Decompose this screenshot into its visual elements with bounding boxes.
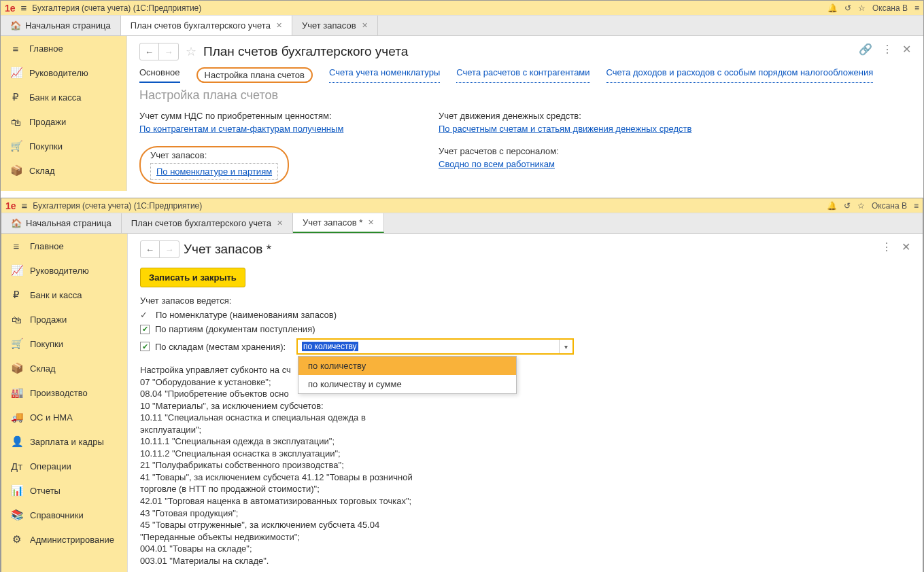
titlebar-actions: 🔔 ↺ ☆ Оксана В ≡ <box>827 3 919 13</box>
sidebar-item-prod[interactable]: 🏭Производство <box>1 380 127 405</box>
chart-icon: 📈 <box>10 67 21 79</box>
checkbox-party[interactable] <box>140 325 150 334</box>
section-title: Настройка плана счетов <box>139 88 911 103</box>
sidebar-item-refs[interactable]: 📚Справочники <box>1 503 127 527</box>
nav-forward[interactable]: → <box>159 43 178 60</box>
tab-home[interactable]: 🏠 Начальная страница <box>1 16 121 35</box>
nav-forward[interactable]: → <box>160 241 179 257</box>
main-icon: ≡ <box>11 240 22 252</box>
content-area: 🔗 ⋮ ✕ ← → ☆ План счетов бухгалтерского у… <box>127 36 923 191</box>
sidebar-item-sales[interactable]: 🛍Продажи <box>1 109 126 134</box>
tab-home2[interactable]: 🏠 Начальная страница <box>1 213 122 233</box>
history-icon[interactable]: ↺ <box>844 3 851 13</box>
user-name[interactable]: Оксана В <box>872 201 907 211</box>
box-icon: 📦 <box>10 164 21 177</box>
warehouse-select[interactable]: по количеству ▾ по количеству по количес… <box>296 338 574 355</box>
content-top-actions: 🔗 ⋮ ✕ <box>859 43 911 56</box>
more-icon[interactable]: ⋮ <box>882 43 893 56</box>
cart-icon: 🛒 <box>11 338 22 350</box>
home-icon: 🏠 <box>10 20 21 31</box>
main-icon: ≡ <box>10 43 21 54</box>
sidebar-item-admin[interactable]: ⚙Администрирование <box>1 527 127 552</box>
truck-icon: 🚚 <box>11 411 22 423</box>
sidebar-item-reports[interactable]: 📊Отчеты <box>1 478 127 503</box>
close-icon[interactable]: ✕ <box>368 218 374 227</box>
sidebar-item-sales[interactable]: 🛍Продажи <box>1 307 127 332</box>
report-icon: 📊 <box>11 484 22 497</box>
nds-link[interactable]: По контрагентам и счетам-фактурам получе… <box>139 124 343 134</box>
chevron-down-icon[interactable]: ▾ <box>559 340 572 353</box>
content-top-actions2: ⋮ ✕ <box>881 240 910 253</box>
sidebar-item-ops[interactable]: ДтОперации <box>1 454 127 478</box>
tab-plan-label: План счетов бухгалтерского учета <box>131 20 271 31</box>
sidebar-item-warehouse[interactable]: 📦Склад <box>1 158 126 183</box>
sidebar-label: Руководителю <box>29 68 88 78</box>
nav-back[interactable]: ← <box>140 43 159 60</box>
sidebar-item-os[interactable]: 🚚ОС и НМА <box>1 405 127 429</box>
content-header2: ← → Учет запасов * <box>140 240 910 258</box>
save-close-button[interactable]: Записать и закрыть <box>140 268 245 287</box>
app-title2: Бухгалтерия (счета учета) (1С:Предприяти… <box>33 201 821 211</box>
tabbar: 🏠 Начальная страница План счетов бухгалт… <box>1 16 923 36</box>
tab-stock2[interactable]: Учет запасов * ✕ <box>293 213 384 233</box>
sidebar-item-main[interactable]: ≡Главное <box>1 36 126 60</box>
sidebar-label: Продажи <box>30 315 67 325</box>
sidebar-item-manager[interactable]: 📈Руководителю <box>1 258 127 283</box>
menu-icon[interactable]: ≡ <box>914 201 919 211</box>
sidebar-item-bank[interactable]: ₽Банк и касса <box>1 283 127 307</box>
sidebar-item-purch[interactable]: 🛒Покупки <box>1 134 126 158</box>
hamburger-icon[interactable]: ≡ <box>22 200 28 211</box>
close-icon[interactable]: ✕ <box>902 43 911 56</box>
sidebar-item-manager[interactable]: 📈Руководителю <box>1 60 126 85</box>
sidebar: ≡Главное 📈Руководителю ₽Банк и касса 🛍Пр… <box>1 36 127 191</box>
titlebar: 1e ≡ Бухгалтерия (счета учета) (1С:Предп… <box>1 1 923 16</box>
menu-icon[interactable]: ≡ <box>914 3 919 13</box>
subnav-main[interactable]: Основное <box>139 67 180 83</box>
bell-icon[interactable]: 🔔 <box>827 3 838 13</box>
tab-plan2[interactable]: План счетов бухгалтерского учета ✕ <box>122 213 293 233</box>
subnav-nomen[interactable]: Счета учета номенклатуры <box>329 67 440 83</box>
pers-link[interactable]: Сводно по всем работникам <box>439 159 555 169</box>
logo-1c: 1e <box>5 200 16 211</box>
subnav-setup[interactable]: Настройка плана счетов <box>196 67 313 83</box>
sidebar-item-main[interactable]: ≡Главное <box>1 234 127 258</box>
sidebar-item-bank[interactable]: ₽Банк и касса <box>1 85 126 109</box>
close-icon[interactable]: ✕ <box>276 21 282 30</box>
bell-icon[interactable]: 🔔 <box>827 201 837 211</box>
dropdown-opt2[interactable]: по количеству и сумме <box>298 375 516 393</box>
user-name[interactable]: Оксана В <box>872 3 908 13</box>
logo-1c: 1e <box>5 3 16 14</box>
sidebar-item-warehouse[interactable]: 📦Склад <box>1 356 127 380</box>
nav-back[interactable]: ← <box>141 241 160 257</box>
close-icon[interactable]: ✕ <box>362 21 368 30</box>
sidebar-label: ОС и НМА <box>30 412 73 423</box>
tab-plan[interactable]: План счетов бухгалтерского учета ✕ <box>121 16 292 35</box>
checkbox-warehouse[interactable] <box>140 342 150 351</box>
stock-link[interactable]: По номенклатуре и партиям <box>156 166 272 177</box>
sidebar-label: Операции <box>30 461 71 471</box>
window-top: 1e ≡ Бухгалтерия (счета учета) (1С:Предп… <box>0 0 924 572</box>
close-icon[interactable]: ✕ <box>277 219 283 228</box>
history-icon[interactable]: ↺ <box>844 201 851 211</box>
subnav-tax[interactable]: Счета доходов и расходов с особым порядк… <box>606 67 874 83</box>
titlebar2: 1e ≡ Бухгалтерия (счета учета) (1С:Предп… <box>1 198 923 213</box>
nav-arrows: ← → <box>139 43 179 60</box>
cash-link[interactable]: По расчетным счетам и статьям движения д… <box>439 124 691 134</box>
sidebar-item-salary[interactable]: 👤Зарплата и кадры <box>1 429 127 454</box>
row-by-party: По партиям (документам поступления) <box>140 324 910 334</box>
titlebar-actions2: 🔔 ↺ ☆ Оксана В ≡ <box>827 201 919 211</box>
sidebar-item-purch[interactable]: 🛒Покупки <box>1 332 127 356</box>
by-nomen-label: По номенклатуре (наименованиям запасов) <box>156 310 337 320</box>
star-icon[interactable]: ☆ <box>858 3 866 13</box>
subnav-contr[interactable]: Счета расчетов с контрагентами <box>456 67 589 83</box>
dropdown-opt1[interactable]: по количеству <box>298 357 516 375</box>
row-by-warehouse: По складам (местам хранения): по количес… <box>140 338 910 355</box>
hamburger-icon[interactable]: ≡ <box>21 2 27 14</box>
tab-stock[interactable]: Учет запасов ✕ <box>292 16 378 35</box>
settings-grid: Учет сумм НДС по приобретенным ценностям… <box>139 111 911 184</box>
link-icon[interactable]: 🔗 <box>859 43 872 56</box>
close-icon[interactable]: ✕ <box>902 240 910 253</box>
more-icon[interactable]: ⋮ <box>881 240 892 253</box>
favorite-icon[interactable]: ☆ <box>186 44 196 59</box>
star-icon[interactable]: ☆ <box>857 201 865 211</box>
